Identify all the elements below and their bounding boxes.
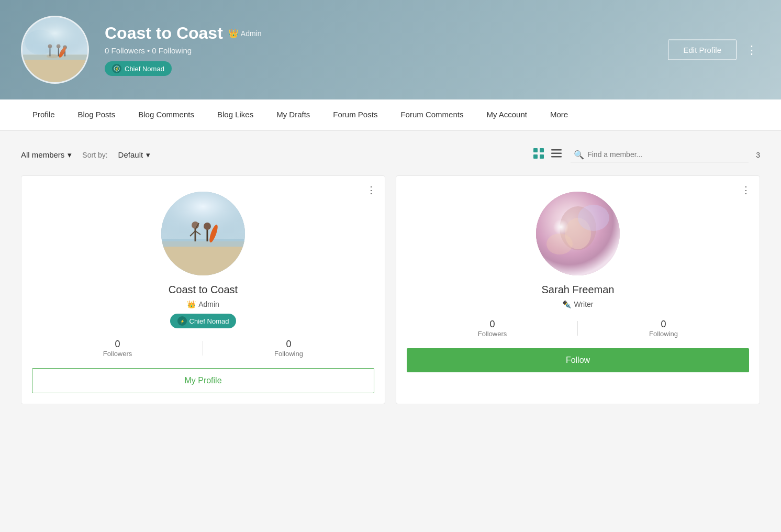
nav-item-blog-comments[interactable]: Blog Comments	[127, 99, 206, 130]
members-controls: All members ▾ Sort by: Default ▾	[21, 147, 760, 163]
badge-label-card: Chief Nomad	[189, 317, 229, 325]
following-number-sarah: 0	[578, 319, 749, 330]
card-role-coast: 👑 Admin	[187, 300, 219, 308]
site-avatar	[21, 16, 89, 84]
role-label-coast: Admin	[198, 300, 219, 308]
followers-label-coast: Followers	[32, 350, 203, 358]
role-label-sarah: Writer	[574, 300, 593, 308]
nav-item-forum-comments[interactable]: Forum Comments	[389, 99, 475, 130]
nav-item-profile[interactable]: Profile	[21, 99, 66, 130]
header-actions: Edit Profile ⋮	[668, 40, 760, 60]
svg-rect-12	[23, 17, 87, 57]
following-number-coast: 0	[203, 339, 374, 350]
crown-icon: 👑	[228, 28, 239, 38]
svg-rect-15	[533, 148, 538, 152]
svg-rect-21	[551, 156, 562, 158]
nav-item-my-account[interactable]: My Account	[475, 99, 539, 130]
crown-icon-card: 👑	[187, 300, 196, 308]
filter-chevron-icon: ▾	[68, 150, 72, 160]
filter-label: All members	[21, 150, 64, 159]
card-name-sarah: Sarah Freeman	[542, 284, 615, 296]
nav-item-more[interactable]: More	[539, 99, 579, 130]
followers-count: 0 Followers	[105, 46, 145, 55]
sort-dropdown[interactable]: Default ▾	[118, 150, 151, 160]
grid-icon	[533, 148, 544, 159]
svg-rect-16	[540, 148, 544, 152]
list-view-button[interactable]	[550, 147, 563, 163]
card-badge-coast: ⚡ Chief Nomad	[170, 314, 237, 328]
page-header: Coast to Coast 👑 Admin 0 Followers • 0 F…	[0, 0, 781, 99]
followers-label-sarah: Followers	[407, 330, 578, 338]
search-input[interactable]	[587, 150, 745, 159]
badge-icon: ⚡	[112, 64, 121, 73]
admin-label: Admin	[241, 29, 262, 38]
following-label-coast: Following	[203, 350, 374, 358]
search-icon: 🔍	[574, 150, 584, 160]
sort-value: Default	[118, 150, 143, 159]
svg-text:⚡: ⚡	[180, 319, 184, 324]
nav-item-forum-posts[interactable]: Forum Posts	[321, 99, 389, 130]
card-more-button-sarah[interactable]: ⋮	[741, 184, 751, 196]
header-stats: 0 Followers • 0 Following	[105, 46, 760, 55]
svg-rect-19	[551, 149, 562, 151]
more-options-button[interactable]: ⋮	[744, 41, 760, 59]
member-card-sarah: ⋮	[396, 175, 760, 404]
svg-rect-20	[551, 153, 562, 154]
sort-chevron-icon: ▾	[146, 150, 150, 160]
svg-point-32	[204, 223, 211, 230]
avatar-sarah	[536, 192, 620, 275]
chief-nomad-badge: ⚡ Chief Nomad	[105, 61, 172, 76]
svg-rect-17	[533, 154, 538, 159]
header-info: Coast to Coast 👑 Admin 0 Followers • 0 F…	[105, 24, 760, 76]
member-card-coast: ⋮	[21, 175, 385, 404]
following-count: 0 Following	[152, 46, 192, 55]
nav-bar: Profile Blog Posts Blog Comments Blog Li…	[0, 99, 781, 131]
my-profile-button[interactable]: My Profile	[32, 368, 374, 393]
search-container: 🔍	[571, 148, 749, 162]
svg-point-40	[578, 205, 609, 231]
controls-right: 🔍 3	[532, 147, 760, 163]
filter-dropdown[interactable]: All members ▾	[21, 150, 72, 160]
site-name-row: Coast to Coast 👑 Admin	[105, 24, 760, 43]
following-label-sarah: Following	[578, 330, 749, 338]
pen-icon: ✒️	[562, 300, 571, 308]
svg-rect-18	[540, 154, 544, 159]
badge-icon-card: ⚡	[177, 316, 187, 326]
svg-rect-25	[161, 192, 245, 241]
list-icon	[551, 148, 562, 159]
dot-separator: •	[147, 46, 152, 55]
member-count: 3	[756, 151, 760, 159]
followers-number-sarah: 0	[407, 319, 578, 330]
card-more-button-coast[interactable]: ⋮	[366, 184, 376, 196]
admin-badge: 👑 Admin	[228, 28, 262, 38]
card-stats-coast: 0 Followers 0 Following	[32, 339, 374, 358]
stat-following-sarah: 0 Following	[578, 319, 749, 338]
site-name: Coast to Coast	[105, 24, 223, 43]
svg-point-41	[546, 234, 573, 254]
edit-profile-button[interactable]: Edit Profile	[668, 40, 737, 60]
card-stats-sarah: 0 Followers 0 Following	[407, 319, 749, 338]
card-name-coast: Coast to Coast	[169, 284, 238, 296]
stat-following-coast: 0 Following	[203, 339, 374, 358]
stat-followers-sarah: 0 Followers	[407, 319, 578, 338]
stat-followers-coast: 0 Followers	[32, 339, 203, 358]
members-area: All members ▾ Sort by: Default ▾	[0, 131, 781, 420]
nav-item-blog-posts[interactable]: Blog Posts	[66, 99, 127, 130]
svg-text:⚡: ⚡	[115, 66, 119, 71]
card-role-sarah: ✒️ Writer	[562, 300, 593, 308]
grid-view-button[interactable]	[532, 147, 545, 163]
follow-button[interactable]: Follow	[407, 348, 749, 372]
badge-label: Chief Nomad	[125, 65, 164, 73]
members-grid: ⋮	[21, 175, 760, 404]
nav-item-blog-likes[interactable]: Blog Likes	[206, 99, 265, 130]
avatar-coast	[161, 192, 245, 275]
view-icons	[532, 147, 563, 163]
nav-item-my-drafts[interactable]: My Drafts	[265, 99, 321, 130]
sort-prefix-label: Sort by:	[82, 151, 107, 159]
followers-number-coast: 0	[32, 339, 203, 350]
